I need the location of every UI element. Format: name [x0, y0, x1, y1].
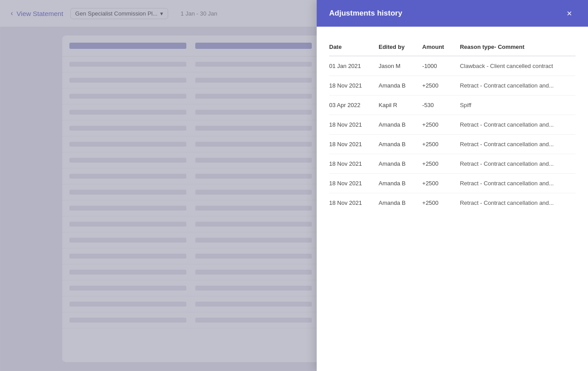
modal-header: Adjustments history ×: [317, 0, 588, 27]
cell-date: 18 Nov 2021: [329, 115, 373, 135]
cell-date: 03 Apr 2022: [329, 96, 373, 115]
cell-edited-by: Amanda B: [373, 174, 417, 193]
cell-reason: Retract - Contract cancellation and...: [455, 154, 576, 174]
modal-close-button[interactable]: ×: [563, 7, 576, 20]
cell-date: 18 Nov 2021: [329, 154, 373, 174]
cell-amount: +2500: [417, 193, 455, 213]
cell-edited-by: Kapil R: [373, 96, 417, 115]
cell-amount: +2500: [417, 115, 455, 135]
cell-amount: +2500: [417, 135, 455, 154]
cell-reason: Spiff: [455, 96, 576, 115]
cell-edited-by: Jason M: [373, 56, 417, 76]
cell-date: 18 Nov 2021: [329, 76, 373, 96]
table-row: 03 Apr 2022Kapil R-530Spiff: [329, 96, 576, 115]
cell-edited-by: Amanda B: [373, 154, 417, 174]
cell-amount: -530: [417, 96, 455, 115]
cell-date: 18 Nov 2021: [329, 174, 373, 193]
cell-amount: +2500: [417, 154, 455, 174]
cell-reason: Retract - Contract cancellation and...: [455, 76, 576, 96]
cell-reason: Retract - Contract cancellation and...: [455, 115, 576, 135]
adjustments-history-table: Date Edited by Amount Reason type- Comme…: [329, 39, 576, 212]
cell-amount: +2500: [417, 174, 455, 193]
cell-reason: Retract - Contract cancellation and...: [455, 135, 576, 154]
col-header-date: Date: [329, 39, 373, 56]
cell-reason: Retract - Contract cancellation and...: [455, 193, 576, 213]
cell-amount: -1000: [417, 56, 455, 76]
table-row: 18 Nov 2021Amanda B+2500Retract - Contra…: [329, 76, 576, 96]
table-row: 18 Nov 2021Amanda B+2500Retract - Contra…: [329, 174, 576, 193]
cell-date: 18 Nov 2021: [329, 135, 373, 154]
table-row: 18 Nov 2021Amanda B+2500Retract - Contra…: [329, 154, 576, 174]
cell-edited-by: Amanda B: [373, 115, 417, 135]
table-row: 18 Nov 2021Amanda B+2500Retract - Contra…: [329, 135, 576, 154]
cell-edited-by: Amanda B: [373, 76, 417, 96]
cell-edited-by: Amanda B: [373, 193, 417, 213]
col-header-edited-by: Edited by: [373, 39, 417, 56]
cell-amount: +2500: [417, 76, 455, 96]
modal-title: Adjustments history: [329, 9, 402, 18]
cell-edited-by: Amanda B: [373, 135, 417, 154]
cell-date: 18 Nov 2021: [329, 193, 373, 213]
cell-reason: Retract - Contract cancellation and...: [455, 174, 576, 193]
table-row: 01 Jan 2021Jason M-1000Clawback - Client…: [329, 56, 576, 76]
table-header-row: Date Edited by Amount Reason type- Comme…: [329, 39, 576, 56]
adjustments-history-modal: Adjustments history × Date Edited by Amo…: [317, 0, 588, 371]
cell-reason: Clawback - Client cancelled contract: [455, 56, 576, 76]
modal-body: Date Edited by Amount Reason type- Comme…: [317, 27, 588, 371]
table-row: 18 Nov 2021Amanda B+2500Retract - Contra…: [329, 193, 576, 213]
col-header-reason: Reason type- Comment: [455, 39, 576, 56]
col-header-amount: Amount: [417, 39, 455, 56]
table-row: 18 Nov 2021Amanda B+2500Retract - Contra…: [329, 115, 576, 135]
cell-date: 01 Jan 2021: [329, 56, 373, 76]
